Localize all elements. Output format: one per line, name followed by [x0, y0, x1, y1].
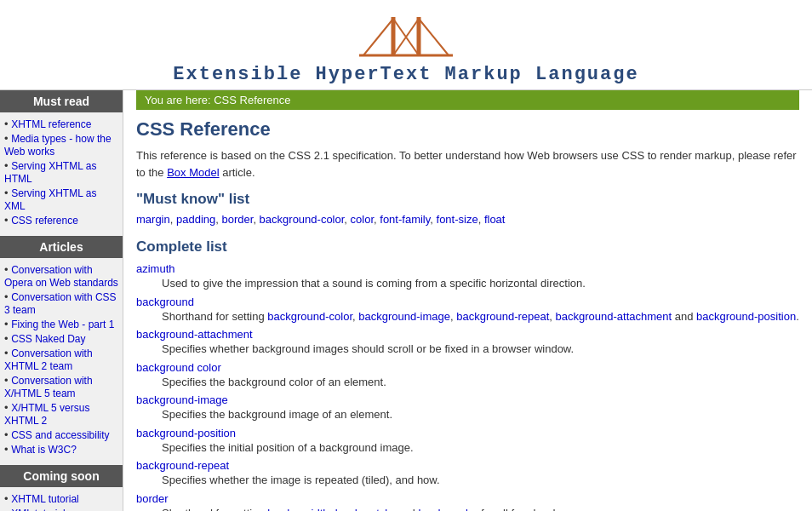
css-entry-border: border Shorthand for setting border-widt… [136, 492, 799, 512]
intro-text-after: article. [222, 166, 254, 179]
box-model-link[interactable]: Box Model [167, 166, 219, 179]
sidebar-link-css3[interactable]: Conversation with CSS 3 team [4, 291, 117, 316]
prop-desc-background-repeat: Specifies whether the image is repeated … [136, 472, 799, 489]
prop-desc-azimuth: Used to give the impression that a sound… [136, 275, 799, 292]
must-know-color[interactable]: color [351, 213, 374, 226]
list-item: Conversation with CSS 3 team [4, 290, 118, 317]
must-know-font-size[interactable]: font-size [437, 213, 478, 226]
sidebar-coming-soon-list: XHTML tutorial XML tutorial Articles on … [0, 491, 123, 511]
desc-link-background-image[interactable]: background-image [358, 310, 450, 323]
prop-link-background-repeat[interactable]: background-repeat [136, 459, 229, 472]
list-item: XML tutorial [4, 506, 118, 511]
list-item: Serving XHTML as XML [4, 186, 118, 213]
list-item: Conversation with X/HTML 5 team [4, 373, 118, 400]
prop-link-background[interactable]: background [136, 296, 194, 308]
breadcrumb-current: CSS Reference [214, 94, 290, 106]
breadcrumb: You are here: CSS Reference [136, 90, 799, 110]
sidebar-articles-title: Articles [0, 236, 123, 258]
css-entry-background-position: background-position Specifies the initia… [136, 427, 799, 456]
sidebar-link-fixing[interactable]: Fixing the Web - part 1 [11, 319, 114, 330]
css-entry-background: background Shorthand for setting backgro… [136, 296, 799, 325]
sidebar-articles-list: Conversation with Opera on Web standards… [0, 262, 123, 456]
must-know-title: "Must know" list [136, 191, 799, 208]
prop-desc-background-position: Specifies the initial position of a back… [136, 439, 799, 456]
sidebar-link-opera[interactable]: Conversation with Opera on Web standards [4, 264, 118, 289]
prop-link-background-attachment[interactable]: background-attachment [136, 328, 253, 341]
complete-list: azimuth Used to give the impression that… [136, 262, 799, 511]
list-item: Conversation with XHTML 2 team [4, 346, 118, 373]
css-entry-background-attachment: background-attachment Specifies whether … [136, 328, 799, 358]
prop-link-background-position[interactable]: background-position [136, 427, 236, 439]
sidebar-link-xml-tutorial[interactable]: XML tutorial [11, 508, 66, 511]
sidebar-must-read-title: Must read [0, 90, 123, 112]
prop-desc-background: Shorthand for setting background-color, … [136, 308, 799, 325]
list-item: Conversation with Opera on Web standards [4, 262, 118, 290]
list-item: Serving XHTML as HTML [4, 158, 118, 186]
must-know-margin[interactable]: margin [136, 213, 170, 226]
desc-link-background-color[interactable]: background-color [267, 310, 352, 323]
header: Extensible HyperText Markup Language [0, 0, 812, 90]
prop-desc-background-color: Specifies the background color of an ele… [136, 374, 799, 391]
sidebar-link-serving-xml[interactable]: Serving XHTML as XML [4, 187, 96, 212]
prop-desc-background-image: Specifies the background image of an ele… [136, 406, 799, 423]
css-entry-background-repeat: background-repeat Specifies whether the … [136, 459, 799, 489]
must-know-border[interactable]: border [222, 213, 254, 226]
sidebar-must-read-list: XHTML reference Media types - how the We… [0, 117, 123, 227]
sidebar-link-xhtml-reference[interactable]: XHTML reference [11, 118, 91, 130]
sidebar-link-accessibility[interactable]: CSS and accessibility [11, 429, 109, 441]
sidebar: Must read XHTML reference Media types - … [0, 90, 123, 511]
site-title: Extensible HyperText Markup Language [0, 64, 812, 85]
must-know-padding[interactable]: padding [176, 213, 215, 226]
list-item: CSS and accessibility [4, 428, 118, 442]
list-item: XHTML reference [4, 117, 118, 131]
must-know-links: margin, padding, border, background-colo… [136, 213, 799, 226]
prop-desc-background-attachment: Specifies whether background images shou… [136, 341, 799, 358]
desc-link-border-color[interactable]: border-color [418, 507, 477, 512]
intro-paragraph: This reference is based on the CSS 2.1 s… [136, 147, 799, 181]
sidebar-link-xhtml5-vs[interactable]: X/HTML 5 versus XHTML 2 [4, 402, 89, 427]
prop-link-background-color[interactable]: background color [136, 361, 221, 374]
prop-link-azimuth[interactable]: azimuth [136, 262, 175, 275]
css-entry-background-color: background color Specifies the backgroun… [136, 361, 799, 391]
sidebar-link-serving-html[interactable]: Serving XHTML as HTML [4, 160, 96, 185]
sidebar-link-w3c[interactable]: What is W3C? [11, 444, 77, 456]
desc-link-background-repeat[interactable]: background-repeat [456, 310, 549, 323]
complete-list-title: Complete list [136, 238, 799, 256]
svg-line-2 [363, 19, 393, 55]
css-entry-background-image: background-image Specifies the backgroun… [136, 393, 799, 423]
list-item: What is W3C? [4, 442, 118, 456]
sidebar-link-naked[interactable]: CSS Naked Day [11, 333, 85, 345]
prop-desc-border: Shorthand for setting border-width, bord… [136, 505, 799, 512]
sidebar-link-html5[interactable]: Conversation with X/HTML 5 team [4, 375, 93, 399]
must-know-font-family[interactable]: font-family [380, 213, 430, 226]
page-title: CSS Reference [136, 118, 799, 141]
prop-link-background-image[interactable]: background-image [136, 393, 228, 406]
list-item: XHTML tutorial [4, 491, 118, 506]
sidebar-link-xhtml2[interactable]: Conversation with XHTML 2 team [4, 347, 93, 372]
desc-link-background-position[interactable]: background-position [696, 310, 796, 323]
bridge-logo-icon [355, 9, 457, 60]
breadcrumb-prefix: You are here: [145, 94, 214, 106]
list-item: CSS reference [4, 213, 118, 227]
must-know-background-color[interactable]: background-color [260, 213, 345, 226]
list-item: CSS Naked Day [4, 331, 118, 346]
css-entry-azimuth: azimuth Used to give the impression that… [136, 262, 799, 292]
prop-link-border[interactable]: border [136, 492, 169, 505]
list-item: Media types - how the Web works [4, 131, 118, 158]
list-item: X/HTML 5 versus XHTML 2 [4, 400, 118, 428]
must-know-float[interactable]: float [484, 213, 506, 226]
sidebar-link-media-types[interactable]: Media types - how the Web works [4, 133, 112, 158]
sidebar-link-xhtml-tutorial[interactable]: XHTML tutorial [11, 493, 79, 505]
sidebar-coming-soon-title: Coming soon [0, 465, 123, 487]
layout: Must read XHTML reference Media types - … [0, 90, 812, 511]
svg-line-5 [419, 19, 449, 55]
desc-link-background-attachment[interactable]: background-attachment [556, 310, 672, 323]
list-item: Fixing the Web - part 1 [4, 317, 118, 331]
desc-link-border-width[interactable]: border-width [267, 507, 329, 512]
desc-link-border-style[interactable]: border-style [335, 507, 394, 512]
main-content: You are here: CSS Reference CSS Referenc… [123, 90, 812, 511]
sidebar-link-css-reference[interactable]: CSS reference [11, 215, 78, 227]
